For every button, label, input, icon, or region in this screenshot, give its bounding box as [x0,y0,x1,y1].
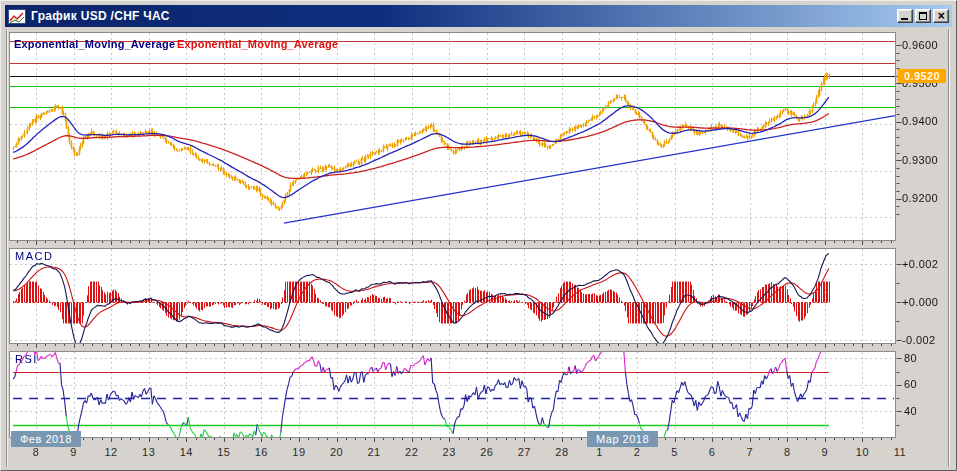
window-title: График USD /CHF ЧАС [31,9,170,23]
day-label: 5 [662,446,688,458]
title-bar[interactable]: График USD /CHF ЧАС × [5,5,952,27]
day-label: 19 [286,446,312,458]
minimize-button[interactable] [897,9,913,23]
day-label: 28 [549,446,575,458]
ema-slow-label: Exponential_Moving_Average [177,38,338,50]
day-label: 13 [136,446,162,458]
price-axis-label: 0.9300 [902,154,938,166]
rsi-axis-label: 60 [904,378,917,390]
day-label: 15 [211,446,237,458]
day-label: 2 [624,446,650,458]
day-label: 1 [586,446,612,458]
close-button[interactable]: × [933,9,949,23]
macd-axis-label: +0.000 [902,296,938,308]
price-axis-label: 0.9400 [902,115,938,127]
day-label: 14 [173,446,199,458]
month-label-mar: Мар 2018 [587,431,658,447]
day-label: 9 [61,446,87,458]
day-label: 27 [511,446,537,458]
macd-panel[interactable] [9,248,904,351]
rsi-axis-label: 40 [904,405,917,417]
client-right-groove [948,29,950,467]
chart-window: График USD /CHF ЧАС × Exponential_Moving… [0,0,957,471]
maximize-button[interactable] [915,9,931,23]
rsi-panel[interactable] [9,351,904,445]
window-controls: × [895,9,949,23]
close-icon: × [934,9,948,23]
minimize-icon [901,18,908,20]
rsi-axis-label: 80 [904,352,917,364]
day-label: 22 [399,446,425,458]
rsi-label: RSI [15,353,38,365]
current-price-badge: 0.9520 [898,69,946,83]
day-label: 16 [248,446,274,458]
price-axis-label: 0.9200 [902,192,938,204]
day-label: 8 [23,446,49,458]
day-label: 20 [324,446,350,458]
maximize-icon [919,12,927,20]
chart-icon [8,9,26,24]
macd-label: MACD [15,250,53,262]
day-label: 6 [699,446,725,458]
day-label: 9 [812,446,838,458]
client-left-groove [6,29,8,467]
price-axis-label: 0.9600 [902,39,938,51]
day-label: 8 [774,446,800,458]
main-price-panel[interactable] [9,32,904,248]
day-label: 26 [474,446,500,458]
ema-fast-label: Exponential_Moving_Average [14,38,175,50]
macd-axis-label: -0.002 [902,334,936,346]
day-label: 23 [436,446,462,458]
month-label-feb: Фев 2018 [11,431,81,447]
day-label: 10 [849,446,875,458]
day-label: 21 [361,446,387,458]
day-label: 11 [887,446,913,458]
day-label: 7 [737,446,763,458]
macd-axis-label: +0.002 [902,258,938,270]
day-label: 12 [98,446,124,458]
